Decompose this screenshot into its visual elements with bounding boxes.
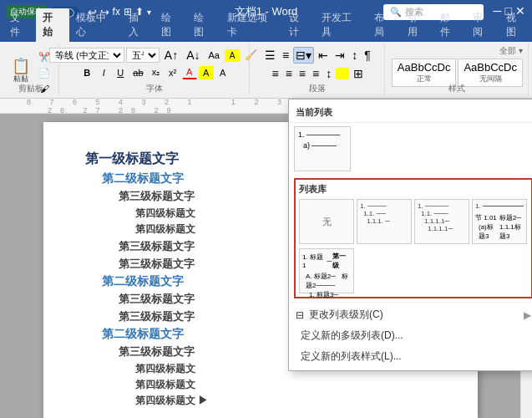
bullets-btn[interactable]: ☰ xyxy=(262,47,278,64)
library-grid: 无 1. ──── 1.1. ── 1.1.1. ─ 1. ───── 1.1.… xyxy=(299,199,528,293)
decrease-indent-btn[interactable]: ⇤ xyxy=(316,47,331,64)
change-level-icon: ⊟ xyxy=(296,309,304,321)
li4-row1: 1. 标题1─第一级 xyxy=(302,252,351,270)
change-case-btn[interactable]: Aa xyxy=(205,48,223,62)
library-item-2[interactable]: 1. ───── 1.1. ─── 1.1.1.1─ 1.1.1.1─ xyxy=(414,199,469,244)
define-multilevel-item[interactable]: 定义新的多级列表(D)... xyxy=(289,325,532,346)
current-list-area: 1. a) xyxy=(289,123,532,175)
style-normal-label: 正常 xyxy=(398,74,451,84)
numbering-btn[interactable]: ≡ xyxy=(280,47,291,64)
ribbon-tabs: 文件 开始 模板中心 插入 绘图 绘图 新建选项卡 设计 开发工具 布局 引用 … xyxy=(0,23,532,42)
font-name-select[interactable]: 等线 (中文正文) xyxy=(49,48,124,63)
dash1 xyxy=(307,135,340,135)
library-item-3[interactable]: 1. 节 1.01 (a)标题3 标题2─ 1.1.1标题3 xyxy=(472,199,527,244)
clipboard-label: 剪贴板 xyxy=(18,83,43,94)
align-center-btn[interactable]: ≡ xyxy=(283,65,295,82)
multilevel-list-btn[interactable]: ⊟▾ xyxy=(293,47,314,64)
superscript-btn[interactable]: x² xyxy=(165,66,180,79)
sub-row1: a) xyxy=(298,141,347,150)
tab-review[interactable]: 审阅 xyxy=(466,8,499,42)
li2-row2: 1.1. ─── xyxy=(421,210,466,217)
line-spacing-btn[interactable]: ↕ xyxy=(323,65,334,82)
tab-draw2[interactable]: 绘图 xyxy=(187,8,220,42)
strikethrough-btn[interactable]: ab xyxy=(129,66,146,79)
list-library-title: 列表库 xyxy=(299,183,528,199)
font-color2-btn[interactable]: A xyxy=(215,66,231,79)
highlight-btn[interactable]: A xyxy=(225,49,240,62)
tab-draw1[interactable]: 绘图 xyxy=(155,8,187,42)
italic-btn[interactable]: I xyxy=(96,66,111,79)
align-right-btn[interactable]: ≡ xyxy=(296,65,308,82)
multilevel-list-dropdown: 当前列表 1. a) 列表库 无 1. ──── 1.1. ── 1.1.1. … xyxy=(288,99,532,371)
li3-cols: 节 1.01 (a)标题3 标题2─ 1.1.1标题3 xyxy=(475,213,524,241)
para-row2: ≡ ≡ ≡ ≡ ↕ ⊞ xyxy=(269,65,366,82)
shading-btn[interactable] xyxy=(336,68,349,79)
paragraph-label: 段落 xyxy=(309,83,326,94)
font-color-btn[interactable]: A xyxy=(182,65,197,79)
borders-btn[interactable]: ⊞ xyxy=(351,65,366,82)
tab-devtools[interactable]: 开发工具 xyxy=(315,8,367,42)
li3-row1: 1. xyxy=(475,202,524,210)
style-no-spacing-label: 无间隔 xyxy=(464,74,517,84)
style-no-spacing-preview: AaBbCcDc xyxy=(464,61,517,74)
dash2 xyxy=(312,145,337,146)
li1-row2: 1.1. ── xyxy=(363,210,408,217)
li2-row1: 1. ───── xyxy=(418,202,466,210)
styles-list: 全部 ▾ AaBbCcDc 正常 AaBbCcDc 无间隔 xyxy=(392,45,523,87)
num-row2: a) xyxy=(303,141,347,150)
tab-mailings[interactable]: 邮件 xyxy=(433,8,466,42)
tab-design[interactable]: 设计 xyxy=(282,8,315,42)
li4-row2: A. 标题2─ 标题2──── xyxy=(306,272,351,290)
align-left-btn[interactable]: ≡ xyxy=(269,65,281,82)
define-multilevel-label: 定义新的多级列表(D)... xyxy=(301,329,403,343)
text-highlight-btn[interactable]: A xyxy=(199,66,214,79)
tab-layout[interactable]: 布局 xyxy=(367,8,400,42)
tab-file[interactable]: 文件 xyxy=(3,8,36,42)
tab-reference[interactable]: 引用 xyxy=(401,8,433,42)
style-no-spacing[interactable]: AaBbCcDc 无间隔 xyxy=(458,59,523,87)
font-label: 字体 xyxy=(146,83,163,94)
heading4-3: 第四级标题文 xyxy=(135,378,436,392)
library-item-4[interactable]: 1. 标题1─第一级 A. 标题2─ 标题2──── 1. 标题3─ xyxy=(299,248,354,293)
ribbon: 📋 粘贴 ✂️ 📄 🖌 剪贴板 等线 (中文正文) 五号 A↑ A↓ xyxy=(0,42,532,99)
style-normal-preview: AaBbCcDc xyxy=(398,61,451,74)
li2-row4: 1.1.1.1─ xyxy=(428,225,466,232)
tab-view[interactable]: 视图 xyxy=(499,8,532,42)
tab-home[interactable]: 开始 xyxy=(36,8,68,42)
style-normal[interactable]: AaBbCcDc 正常 xyxy=(392,59,457,87)
li4-row3: 1. 标题3─ xyxy=(309,290,351,299)
change-level-arrow: ▶ xyxy=(524,309,531,321)
subscript-btn[interactable]: x₂ xyxy=(149,65,164,79)
font-group: 等线 (中文正文) 五号 A↑ A↓ Aa A 🧹 B I U ab x₂ x²… xyxy=(61,43,250,96)
paste-btn[interactable]: 📋 粘贴 xyxy=(8,57,33,86)
heading4-4: 第四级标题文 ▶ xyxy=(135,394,436,408)
change-level-item[interactable]: ⊟ 更改列表级别(C) ▶ xyxy=(289,304,532,325)
tab-insert[interactable]: 插入 xyxy=(122,8,155,42)
current-list-items: 1. a) xyxy=(294,126,532,171)
font-shrink-btn[interactable]: A↓ xyxy=(183,47,203,64)
current-list-item1[interactable]: 1. a) xyxy=(294,126,351,171)
justify-btn[interactable]: ≡ xyxy=(310,65,322,82)
list-none-item[interactable]: 无 xyxy=(299,199,354,244)
li3-r4: 1.1.1标题3 xyxy=(499,222,524,241)
font-grow-btn[interactable]: A↑ xyxy=(161,47,181,64)
increase-indent-btn[interactable]: ⇥ xyxy=(332,47,347,64)
num-row1: 1. xyxy=(298,130,347,139)
para-row1: ☰ ≡ ⊟▾ ⇤ ⇥ ↕ ¶ xyxy=(262,47,373,64)
tab-newtab[interactable]: 新建选项卡 xyxy=(220,8,282,42)
li1-row1: 1. ──── xyxy=(360,202,408,210)
define-style-item[interactable]: 定义新的列表样式(L)... xyxy=(289,346,532,367)
show-marks-btn[interactable]: ¶ xyxy=(362,47,373,64)
sort-btn[interactable]: ↕ xyxy=(349,47,360,64)
paste-icon: 📋 xyxy=(12,59,30,74)
bold-btn[interactable]: B xyxy=(79,66,94,79)
li3-col1: 节 1.01 (a)标题3 xyxy=(475,213,497,241)
tab-template[interactable]: 模板中心 xyxy=(69,8,122,42)
change-level-label: 更改列表级别(C) xyxy=(309,308,383,322)
li3-r1: 节 1.01 xyxy=(475,213,497,222)
library-item-1[interactable]: 1. ──── 1.1. ── 1.1.1. ─ xyxy=(357,199,412,244)
font-size-select[interactable]: 五号 xyxy=(126,48,160,63)
dropdown-menu: ⊟ 更改列表级别(C) ▶ 定义新的多级列表(D)... 定义新的列表样式(L)… xyxy=(289,302,532,367)
styles-group: 全部 ▾ AaBbCcDc 正常 AaBbCcDc 无间隔 样式 xyxy=(387,43,529,96)
underline-btn[interactable]: U xyxy=(113,66,128,79)
